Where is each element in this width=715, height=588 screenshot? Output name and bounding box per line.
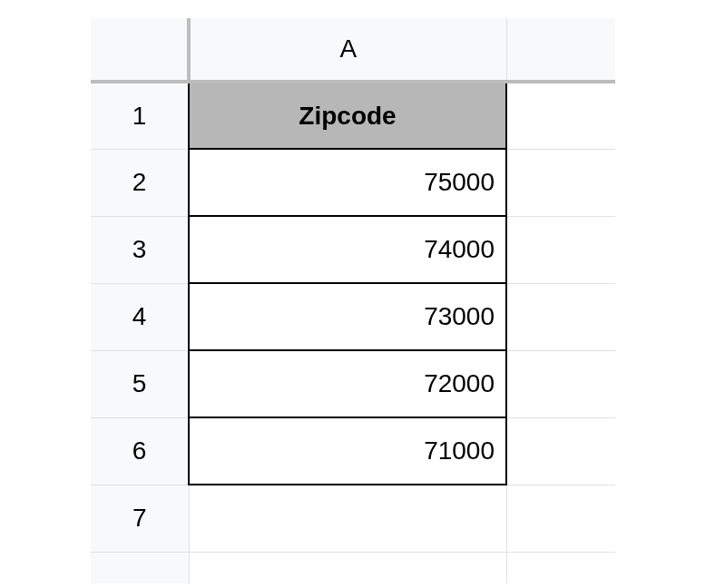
cell-A2[interactable]: 75000 (189, 149, 506, 216)
row-header-4[interactable]: 4 (91, 283, 189, 350)
cell-B1[interactable] (506, 82, 615, 149)
row-header-3[interactable]: 3 (91, 216, 189, 283)
cell-B4[interactable] (506, 283, 615, 350)
cell-B6[interactable] (506, 417, 615, 485)
row-header-5[interactable]: 5 (91, 350, 189, 417)
cell-B3[interactable] (506, 216, 615, 283)
cell-B5[interactable] (506, 350, 615, 417)
row-header-1[interactable]: 1 (91, 82, 189, 149)
column-header-blank (506, 18, 615, 82)
cell-A3[interactable]: 74000 (189, 216, 506, 283)
row-header-2[interactable]: 2 (91, 149, 189, 216)
column-header-A[interactable]: A (189, 18, 506, 82)
row-header-6[interactable]: 6 (91, 417, 189, 485)
cell-B8[interactable] (506, 552, 615, 583)
cell-A5[interactable]: 72000 (189, 350, 506, 417)
cell-B7[interactable] (506, 485, 615, 552)
row-header-7[interactable]: 7 (91, 485, 189, 552)
cell-A1[interactable]: Zipcode (189, 82, 506, 149)
cell-B2[interactable] (506, 149, 615, 216)
cell-A7[interactable] (189, 485, 506, 552)
cell-A4[interactable]: 73000 (189, 283, 506, 350)
spreadsheet-grid[interactable]: A 1 Zipcode 2 75000 3 74000 4 73000 5 72… (91, 18, 615, 583)
cell-A8[interactable] (189, 552, 506, 583)
cell-A6[interactable]: 71000 (189, 417, 506, 485)
select-all-corner[interactable] (91, 18, 189, 82)
row-header-8[interactable] (91, 552, 189, 583)
